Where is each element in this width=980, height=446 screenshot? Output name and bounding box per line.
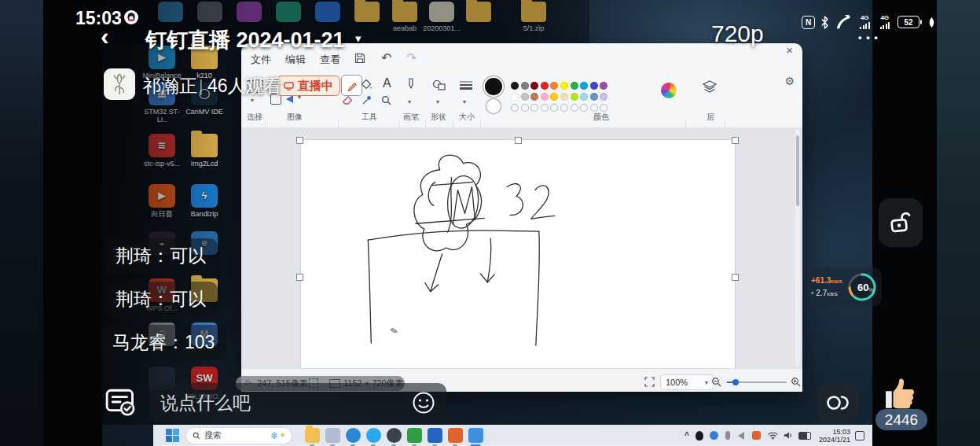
empty-color-slot[interactable] bbox=[521, 104, 529, 112]
vertical-scrollbar[interactable] bbox=[795, 129, 800, 367]
volume-icon[interactable] bbox=[784, 431, 793, 440]
taskbar-app-edge-browser[interactable] bbox=[346, 428, 361, 443]
color-swatch[interactable] bbox=[511, 93, 519, 101]
pencil-tool-selected[interactable] bbox=[341, 75, 362, 96]
taskbar-search-input[interactable]: 搜索 ❄ ❄ bbox=[185, 427, 292, 444]
size-caret-icon[interactable]: ▾ bbox=[463, 98, 466, 105]
zoom-out-icon[interactable] bbox=[711, 377, 721, 387]
streamer-avatar[interactable] bbox=[104, 68, 135, 100]
fit-to-screen-icon[interactable] bbox=[644, 377, 655, 387]
comment-toggle-icon[interactable] bbox=[105, 387, 136, 417]
rotation-lock-button[interactable] bbox=[879, 198, 923, 247]
window-close-button[interactable]: × bbox=[786, 43, 793, 57]
wifi-icon[interactable] bbox=[768, 431, 778, 440]
zoom-slider-track[interactable] bbox=[727, 381, 787, 383]
primary-color-well[interactable] bbox=[485, 78, 502, 95]
color-swatch[interactable] bbox=[600, 82, 607, 90]
brush-caret-icon[interactable]: ▾ bbox=[408, 98, 411, 105]
empty-color-slot[interactable] bbox=[560, 104, 568, 112]
magnifier-tool-icon[interactable] bbox=[381, 95, 391, 105]
color-swatch[interactable] bbox=[550, 82, 558, 90]
rotate-icon[interactable] bbox=[286, 95, 293, 103]
empty-color-slot[interactable] bbox=[580, 104, 588, 112]
color-swatch[interactable] bbox=[580, 93, 588, 101]
eyedropper-icon[interactable] bbox=[362, 95, 372, 105]
empty-color-slot[interactable] bbox=[511, 104, 519, 112]
emoji-icon[interactable] bbox=[412, 391, 435, 415]
undo-icon[interactable]: ↶ bbox=[381, 50, 391, 65]
empty-color-slot[interactable] bbox=[530, 104, 538, 112]
size-icon[interactable] bbox=[459, 80, 473, 90]
empty-color-slot[interactable] bbox=[590, 104, 598, 112]
canvas-handle[interactable] bbox=[515, 137, 522, 144]
tray-clock[interactable]: 15:03 2024/1/21 bbox=[819, 428, 850, 444]
back-icon[interactable]: ‹ bbox=[101, 22, 109, 51]
notification-center-icon[interactable] bbox=[855, 431, 864, 440]
eraser-icon[interactable] bbox=[342, 96, 353, 105]
color-swatch[interactable] bbox=[550, 93, 558, 101]
title-caret-icon[interactable]: ▾ bbox=[355, 31, 362, 46]
menu-edit[interactable]: 编辑 bbox=[285, 53, 306, 67]
color-swatch[interactable] bbox=[511, 82, 519, 90]
canvas-handle[interactable] bbox=[296, 274, 303, 281]
taskbar-app-orange-app[interactable] bbox=[448, 428, 463, 443]
menu-file[interactable]: 文件 bbox=[251, 53, 271, 67]
chat-message[interactable]: 荆琦：可以 bbox=[104, 238, 218, 274]
tray-blue-icon[interactable] bbox=[710, 431, 718, 440]
color-swatch[interactable] bbox=[541, 82, 549, 90]
brush-icon[interactable] bbox=[406, 78, 416, 92]
menu-view[interactable]: 查看 bbox=[320, 53, 340, 67]
color-swatch[interactable] bbox=[560, 82, 568, 90]
shapes-caret-icon[interactable]: ▾ bbox=[436, 98, 439, 105]
tray-expand-caret[interactable]: ^ bbox=[685, 431, 689, 440]
color-swatch[interactable] bbox=[571, 93, 578, 101]
taskbar-app-globe-app[interactable] bbox=[387, 428, 402, 443]
save-icon[interactable] bbox=[354, 53, 365, 64]
tray-mic-icon[interactable] bbox=[725, 431, 730, 440]
fill-bucket-icon[interactable] bbox=[361, 79, 373, 90]
chat-message[interactable]: 荆琦：可以 bbox=[104, 282, 218, 317]
color-swatch[interactable] bbox=[530, 82, 538, 90]
zoom-in-icon[interactable] bbox=[791, 377, 801, 387]
tray-qq-icon[interactable] bbox=[696, 431, 703, 440]
thumbs-up-icon[interactable] bbox=[880, 373, 921, 412]
color-swatch[interactable] bbox=[521, 82, 529, 90]
empty-color-slot[interactable] bbox=[550, 104, 558, 112]
color-swatch[interactable] bbox=[590, 93, 598, 101]
taskbar-app-green-app[interactable] bbox=[407, 428, 422, 443]
color-swatch[interactable] bbox=[521, 93, 529, 101]
color-swatch[interactable] bbox=[571, 82, 578, 90]
tray-orange-icon[interactable] bbox=[752, 431, 761, 440]
text-tool[interactable]: A bbox=[383, 76, 391, 90]
layers-icon[interactable] bbox=[702, 80, 718, 94]
taskbar-app-file-explorer[interactable] bbox=[305, 428, 320, 443]
color-swatch[interactable] bbox=[530, 93, 538, 101]
chat-message[interactable]: 马龙睿：103 bbox=[101, 325, 226, 360]
color-swatch[interactable] bbox=[580, 82, 588, 90]
more-options-dots[interactable]: • • • bbox=[858, 31, 879, 43]
taskbar-app-paint-active[interactable] bbox=[468, 428, 483, 443]
color-swatch[interactable] bbox=[600, 93, 607, 101]
taskbar-app-blue-app[interactable] bbox=[428, 428, 442, 443]
canvas-handle[interactable] bbox=[296, 137, 303, 144]
paint-canvas[interactable]: ✎ bbox=[301, 140, 735, 368]
zoom-slider-thumb[interactable] bbox=[732, 379, 739, 385]
shapes-icon[interactable] bbox=[432, 79, 446, 91]
canvas-handle[interactable] bbox=[732, 274, 739, 281]
empty-color-slot[interactable] bbox=[600, 104, 607, 112]
scrollbar-thumb[interactable] bbox=[796, 135, 799, 206]
canvas-handle[interactable] bbox=[732, 137, 739, 144]
color-swatch[interactable] bbox=[560, 93, 568, 101]
zoom-level-dropdown[interactable]: 100% ▾ bbox=[660, 374, 714, 390]
quality-badge[interactable]: 720p bbox=[711, 20, 764, 47]
taskbar-app-calculator[interactable] bbox=[325, 428, 340, 443]
redo-icon[interactable]: ↷ bbox=[406, 50, 417, 65]
tray-speaker-icon[interactable] bbox=[738, 432, 744, 440]
taskbar-app-whale-app[interactable] bbox=[366, 428, 381, 443]
empty-color-slot[interactable] bbox=[541, 104, 549, 112]
share-button[interactable] bbox=[817, 382, 858, 423]
message-input[interactable]: 说点什么吧 bbox=[149, 383, 446, 422]
tray-battery-icon[interactable] bbox=[798, 432, 811, 440]
color-swatch[interactable] bbox=[541, 93, 549, 101]
edit-colors-wheel-icon[interactable] bbox=[661, 83, 677, 98]
